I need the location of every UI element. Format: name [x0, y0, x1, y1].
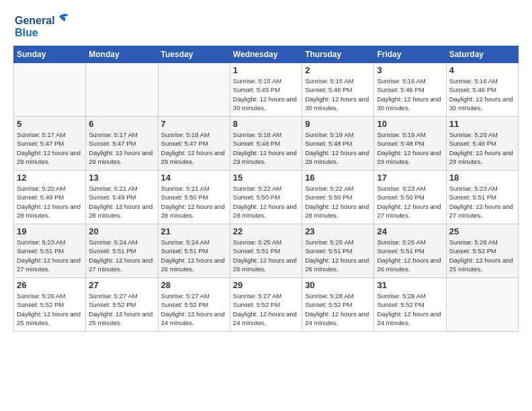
day-number: 16: [305, 173, 371, 183]
day-number: 21: [161, 226, 227, 236]
day-info: Sunrise: 5:25 AMSunset: 5:51 PMDaylight:…: [305, 238, 371, 273]
calendar-day-cell: 13Sunrise: 5:21 AMSunset: 5:49 PMDayligh…: [86, 171, 158, 224]
day-number: 25: [449, 226, 515, 236]
calendar-day-cell: 21Sunrise: 5:24 AMSunset: 5:51 PMDayligh…: [158, 224, 230, 278]
day-info: Sunrise: 5:25 AMSunset: 5:51 PMDaylight:…: [377, 238, 443, 273]
weekday-header: Wednesday: [230, 46, 302, 63]
day-info: Sunrise: 5:20 AMSunset: 5:49 PMDaylight:…: [17, 184, 83, 220]
day-number: 4: [449, 65, 515, 75]
day-info: Sunrise: 5:26 AMSunset: 5:52 PMDaylight:…: [17, 291, 83, 327]
day-info: Sunrise: 5:19 AMSunset: 5:48 PMDaylight:…: [377, 130, 443, 166]
day-number: 13: [89, 173, 154, 183]
calendar-day-cell: 31Sunrise: 5:28 AMSunset: 5:52 PMDayligh…: [374, 278, 446, 332]
day-info: Sunrise: 5:20 AMSunset: 5:49 PMDaylight:…: [449, 130, 515, 166]
calendar-day-cell: 23Sunrise: 5:25 AMSunset: 5:51 PMDayligh…: [302, 224, 374, 278]
day-info: Sunrise: 5:24 AMSunset: 5:51 PMDaylight:…: [161, 238, 227, 273]
calendar-day-cell: [86, 63, 158, 117]
day-info: Sunrise: 5:23 AMSunset: 5:51 PMDaylight:…: [449, 184, 515, 220]
day-info: Sunrise: 5:17 AMSunset: 5:47 PMDaylight:…: [89, 130, 154, 166]
weekday-header: Monday: [86, 46, 158, 63]
day-info: Sunrise: 5:17 AMSunset: 5:47 PMDaylight:…: [17, 130, 83, 166]
day-info: Sunrise: 5:18 AMSunset: 5:47 PMDaylight:…: [161, 130, 227, 166]
calendar-day-cell: [446, 278, 518, 332]
day-info: Sunrise: 5:16 AMSunset: 5:46 PMDaylight:…: [377, 77, 443, 112]
day-number: 8: [233, 119, 299, 129]
logo-svg: General Blue: [13, 11, 74, 40]
day-number: 7: [161, 119, 227, 129]
calendar-day-cell: 18Sunrise: 5:23 AMSunset: 5:51 PMDayligh…: [446, 171, 518, 224]
day-number: 24: [377, 226, 443, 236]
day-info: Sunrise: 5:28 AMSunset: 5:52 PMDaylight:…: [377, 291, 443, 327]
calendar-day-cell: 16Sunrise: 5:22 AMSunset: 5:50 PMDayligh…: [302, 171, 374, 224]
logo: General Blue: [13, 11, 74, 43]
calendar-week-row: 1Sunrise: 5:15 AMSunset: 5:45 PMDaylight…: [14, 63, 519, 117]
day-number: 28: [161, 280, 227, 290]
day-number: 30: [305, 280, 371, 290]
day-number: 27: [89, 280, 154, 290]
day-number: 14: [161, 173, 227, 183]
calendar-week-row: 26Sunrise: 5:26 AMSunset: 5:52 PMDayligh…: [14, 278, 519, 332]
day-number: 18: [449, 173, 515, 183]
calendar-day-cell: 20Sunrise: 5:24 AMSunset: 5:51 PMDayligh…: [86, 224, 158, 278]
calendar-day-cell: 4Sunrise: 5:16 AMSunset: 5:46 PMDaylight…: [446, 63, 518, 117]
page-header: General Blue: [13, 11, 519, 43]
calendar-week-row: 5Sunrise: 5:17 AMSunset: 5:47 PMDaylight…: [14, 117, 519, 171]
day-info: Sunrise: 5:25 AMSunset: 5:51 PMDaylight:…: [233, 238, 299, 273]
day-number: 2: [305, 65, 371, 75]
calendar-day-cell: 10Sunrise: 5:19 AMSunset: 5:48 PMDayligh…: [374, 117, 446, 171]
weekday-header: Thursday: [302, 46, 374, 63]
day-info: Sunrise: 5:21 AMSunset: 5:49 PMDaylight:…: [89, 184, 154, 220]
calendar-day-cell: 12Sunrise: 5:20 AMSunset: 5:49 PMDayligh…: [14, 171, 86, 224]
calendar-day-cell: 11Sunrise: 5:20 AMSunset: 5:49 PMDayligh…: [446, 117, 518, 171]
calendar-day-cell: [158, 63, 230, 117]
calendar-day-cell: 2Sunrise: 5:15 AMSunset: 5:46 PMDaylight…: [302, 63, 374, 117]
calendar-day-cell: 29Sunrise: 5:27 AMSunset: 5:52 PMDayligh…: [230, 278, 302, 332]
calendar-day-cell: 9Sunrise: 5:19 AMSunset: 5:48 PMDaylight…: [302, 117, 374, 171]
calendar-day-cell: 6Sunrise: 5:17 AMSunset: 5:47 PMDaylight…: [86, 117, 158, 171]
day-info: Sunrise: 5:27 AMSunset: 5:52 PMDaylight:…: [161, 291, 227, 327]
day-info: Sunrise: 5:28 AMSunset: 5:52 PMDaylight:…: [305, 291, 371, 327]
calendar-day-cell: 26Sunrise: 5:26 AMSunset: 5:52 PMDayligh…: [14, 278, 86, 332]
svg-text:Blue: Blue: [15, 27, 38, 38]
day-info: Sunrise: 5:23 AMSunset: 5:50 PMDaylight:…: [377, 184, 443, 220]
weekday-header: Saturday: [446, 46, 518, 63]
day-number: 1: [233, 65, 299, 75]
day-info: Sunrise: 5:26 AMSunset: 5:52 PMDaylight:…: [449, 238, 515, 273]
calendar-day-cell: 19Sunrise: 5:23 AMSunset: 5:51 PMDayligh…: [14, 224, 86, 278]
day-number: 31: [377, 280, 443, 290]
calendar-day-cell: 25Sunrise: 5:26 AMSunset: 5:52 PMDayligh…: [446, 224, 518, 278]
svg-text:General: General: [15, 15, 55, 26]
calendar-day-cell: 17Sunrise: 5:23 AMSunset: 5:50 PMDayligh…: [374, 171, 446, 224]
day-number: 23: [305, 226, 371, 236]
day-info: Sunrise: 5:18 AMSunset: 5:48 PMDaylight:…: [233, 130, 299, 166]
day-number: 6: [89, 119, 154, 129]
weekday-header: Tuesday: [158, 46, 230, 63]
day-number: 20: [89, 226, 154, 236]
calendar-day-cell: 24Sunrise: 5:25 AMSunset: 5:51 PMDayligh…: [374, 224, 446, 278]
calendar-day-cell: 1Sunrise: 5:15 AMSunset: 5:45 PMDaylight…: [230, 63, 302, 117]
calendar-day-cell: 27Sunrise: 5:27 AMSunset: 5:52 PMDayligh…: [86, 278, 158, 332]
weekday-header: Friday: [374, 46, 446, 63]
day-info: Sunrise: 5:19 AMSunset: 5:48 PMDaylight:…: [305, 130, 371, 166]
calendar-day-cell: 5Sunrise: 5:17 AMSunset: 5:47 PMDaylight…: [14, 117, 86, 171]
day-number: 5: [17, 119, 83, 129]
day-info: Sunrise: 5:15 AMSunset: 5:46 PMDaylight:…: [305, 77, 371, 112]
day-number: 15: [233, 173, 299, 183]
calendar-week-row: 19Sunrise: 5:23 AMSunset: 5:51 PMDayligh…: [14, 224, 519, 278]
day-number: 10: [377, 119, 443, 129]
calendar-day-cell: 14Sunrise: 5:21 AMSunset: 5:50 PMDayligh…: [158, 171, 230, 224]
day-number: 22: [233, 226, 299, 236]
day-number: 19: [17, 226, 83, 236]
calendar-table: SundayMondayTuesdayWednesdayThursdayFrid…: [13, 46, 519, 332]
day-info: Sunrise: 5:22 AMSunset: 5:50 PMDaylight:…: [233, 184, 299, 220]
day-info: Sunrise: 5:27 AMSunset: 5:52 PMDaylight:…: [233, 291, 299, 327]
day-info: Sunrise: 5:27 AMSunset: 5:52 PMDaylight:…: [89, 291, 154, 327]
day-number: 11: [449, 119, 515, 129]
day-number: 26: [17, 280, 83, 290]
day-number: 12: [17, 173, 83, 183]
calendar-day-cell: 15Sunrise: 5:22 AMSunset: 5:50 PMDayligh…: [230, 171, 302, 224]
day-info: Sunrise: 5:15 AMSunset: 5:45 PMDaylight:…: [233, 77, 299, 112]
weekday-header-row: SundayMondayTuesdayWednesdayThursdayFrid…: [14, 46, 519, 63]
calendar-week-row: 12Sunrise: 5:20 AMSunset: 5:49 PMDayligh…: [14, 171, 519, 224]
weekday-header: Sunday: [14, 46, 86, 63]
